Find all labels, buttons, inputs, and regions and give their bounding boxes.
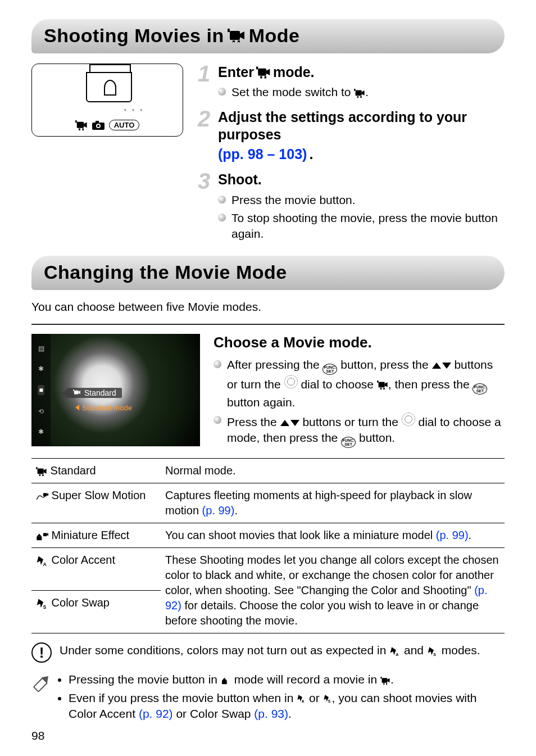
svg-rect-24 [378, 382, 384, 388]
svg-rect-32 [43, 493, 47, 496]
table-row: A Color Accent These Shooting modes let … [31, 548, 505, 591]
svg-rect-1 [228, 29, 230, 32]
table-row: Standard Normal mode. [31, 459, 505, 483]
page-ref-link[interactable]: (p. 92) [139, 707, 173, 720]
mode-switch-row: AUTO [32, 120, 183, 130]
svg-rect-19 [354, 89, 355, 91]
step-3-title: Shoot. [218, 171, 505, 188]
mode-name: Color Accent [52, 554, 115, 566]
step-3-bullet-2: To stop shooting the movie, press the mo… [218, 210, 505, 242]
mode-desc: You can shoot movies that look like a mi… [165, 529, 436, 541]
step-3-bullet-1: Press the movie button. [218, 192, 505, 208]
color-swap-icon: S [36, 598, 48, 609]
camera-lcd-screenshot: ▤ ✱ ■ ⟲ ✱ Standard Standard mode [31, 334, 200, 446]
control-dial-icon [402, 413, 415, 426]
svg-rect-30 [39, 474, 40, 476]
svg-rect-27 [383, 388, 384, 390]
movie-mode-icon [36, 467, 47, 476]
svg-rect-25 [377, 381, 378, 383]
lcd-selected-mode-banner: Standard [67, 388, 122, 398]
color-accent-icon: A [36, 555, 48, 567]
choose-bullet-2: Press the buttons or turn the dial to ch… [214, 413, 505, 448]
page-ref-link[interactable]: (p. 99) [436, 529, 469, 541]
svg-rect-8 [79, 128, 80, 130]
page-ref-link[interactable]: (p. 93) [254, 707, 288, 720]
lcd-strip-icon: ■ [38, 385, 44, 395]
warning-note: ! Under some conditions, colors may not … [31, 642, 505, 663]
svg-rect-42 [383, 683, 384, 685]
page-ref-link[interactable]: (p. 99) [202, 504, 235, 517]
movie-mode-icon [354, 89, 365, 98]
svg-rect-34 [43, 533, 47, 536]
svg-rect-29 [36, 467, 37, 469]
color-swap-icon: S [427, 646, 438, 657]
svg-rect-7 [75, 120, 77, 123]
svg-rect-14 [258, 68, 266, 75]
svg-rect-9 [82, 128, 84, 130]
color-accent-small-icon: A [297, 694, 306, 703]
section-title-2: Changing the Movie Mode [44, 261, 492, 283]
svg-rect-41 [380, 677, 381, 678]
mode-name: Standard [51, 464, 96, 477]
step-1: 1 Enter mode. Set the mode switch to [196, 64, 505, 101]
svg-text:A: A [302, 699, 305, 703]
step-2: 2 Adjust the settings according to your … [196, 108, 505, 164]
movie-mode-icon [377, 381, 388, 390]
bullet-dot-icon [214, 416, 221, 424]
movie-mode-icon [380, 677, 390, 685]
bullet-dot-icon [218, 88, 226, 96]
auto-mode-badge: AUTO [109, 120, 140, 130]
section-divider [31, 324, 505, 325]
tip-note: Pressing the movie button in mode will r… [31, 672, 505, 724]
svg-text:S: S [328, 699, 330, 703]
svg-rect-43 [386, 683, 387, 685]
table-row: Super Slow Motion Captures fleeting mome… [31, 483, 505, 523]
page-ref-link[interactable]: (pp. 98 – 103) [218, 146, 307, 163]
bullet-dot-icon [218, 196, 226, 203]
control-dial-icon [284, 375, 298, 388]
step-number: 2 [196, 108, 212, 129]
svg-rect-6 [76, 121, 83, 128]
step-3: 3 Shoot. Press the movie button. To stop… [196, 171, 505, 242]
svg-rect-15 [256, 66, 258, 69]
svg-text:S: S [433, 653, 436, 657]
svg-rect-11 [96, 121, 99, 123]
svg-rect-18 [356, 90, 362, 96]
bullet-dot-icon [214, 360, 221, 368]
movie-mode-icon [256, 66, 271, 79]
svg-text:A: A [396, 653, 398, 657]
svg-rect-21 [361, 96, 362, 98]
miniature-effect-icon [221, 677, 231, 685]
bullet-dot-icon [218, 214, 226, 221]
svg-rect-28 [38, 468, 44, 474]
mode-desc: Normal mode. [161, 459, 505, 483]
section-header-changing-movie-mode: Changing the Movie Mode [31, 256, 505, 290]
svg-rect-22 [74, 391, 79, 395]
lcd-strip-icon: ✱ [38, 428, 44, 436]
svg-rect-17 [265, 76, 266, 78]
up-down-buttons-icon [432, 363, 451, 369]
movie-mode-icon [73, 390, 81, 396]
svg-rect-39 [222, 681, 227, 684]
color-accent-icon: A [389, 646, 401, 657]
mode-name: Color Swap [52, 596, 110, 609]
step-number: 3 [196, 171, 212, 191]
lcd-strip-icon: ▤ [38, 345, 44, 352]
svg-point-13 [97, 124, 99, 126]
camera-still-icon [92, 121, 105, 130]
step-2-title: Adjust the settings according to your pu… [218, 108, 505, 164]
svg-rect-20 [357, 96, 358, 98]
section-title-1: Shooting Movies in Mode [44, 25, 492, 47]
title1-post: Mode [249, 25, 300, 47]
svg-rect-33 [37, 537, 42, 540]
lcd-selected-mode-subtitle: Standard mode [75, 404, 132, 412]
lcd-strip-icon: ✱ [38, 365, 44, 373]
svg-rect-23 [73, 390, 74, 391]
camera-mode-switch-illustration: • • • AUTO [31, 64, 183, 137]
step-1-bullet: Set the mode switch to . [218, 84, 505, 100]
step-1-title: Enter mode. [218, 64, 505, 81]
tip-item-2: Even if you press the movie button when … [69, 690, 505, 722]
movie-mode-table: Standard Normal mode. Super Slow Motion … [31, 458, 505, 633]
svg-rect-31 [42, 474, 43, 476]
movie-mode-icon [75, 120, 88, 130]
